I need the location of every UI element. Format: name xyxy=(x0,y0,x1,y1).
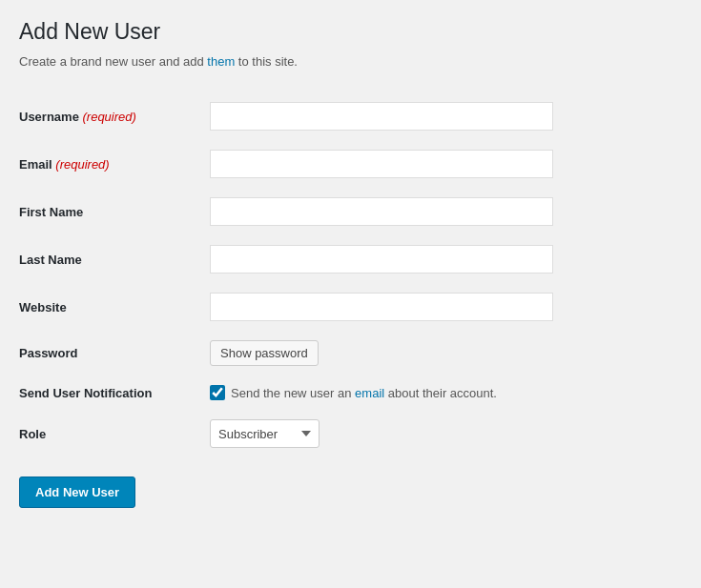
lastname-input-cell xyxy=(210,235,682,283)
notification-label-cell: Send User Notification xyxy=(19,375,210,410)
page-title: Add New User xyxy=(19,19,682,45)
subtitle-text: Create a brand new user and add xyxy=(19,54,207,69)
username-row: Username (required) xyxy=(19,92,682,140)
role-label: Role xyxy=(19,427,46,441)
role-label-cell: Role xyxy=(19,410,210,457)
email-label: Email (required) xyxy=(19,157,110,172)
firstname-label: First Name xyxy=(19,205,83,219)
website-input[interactable] xyxy=(210,293,553,321)
notification-wrapper: Send the new user an email about their a… xyxy=(210,385,682,400)
notification-label: Send User Notification xyxy=(19,386,152,400)
lastname-input[interactable] xyxy=(210,245,553,274)
website-row: Website xyxy=(19,283,682,331)
add-new-user-button[interactable]: Add New User xyxy=(19,476,135,508)
firstname-row: First Name xyxy=(19,188,682,235)
notification-checkbox[interactable] xyxy=(210,385,225,400)
username-label: Username (required) xyxy=(19,110,136,124)
notification-row: Send User Notification Send the new user… xyxy=(19,375,682,410)
username-label-cell: Username (required) xyxy=(19,92,210,140)
add-user-form: Username (required) Email (required) xyxy=(19,92,682,457)
lastname-label: Last Name xyxy=(19,253,82,267)
notification-email-link[interactable]: email xyxy=(355,386,384,400)
lastname-label-cell: Last Name xyxy=(19,235,210,283)
subtitle-end: to this site. xyxy=(235,54,298,69)
lastname-row: Last Name xyxy=(19,235,682,283)
role-row: Role SubscriberContributorAuthorEditorAd… xyxy=(19,410,682,457)
email-required: (required) xyxy=(55,157,109,172)
email-row: Email (required) xyxy=(19,140,682,188)
show-password-button[interactable]: Show password xyxy=(210,340,319,366)
email-label-cell: Email (required) xyxy=(19,140,210,188)
password-label: Password xyxy=(19,346,77,360)
website-label-cell: Website xyxy=(19,283,210,331)
email-input-cell xyxy=(210,140,682,188)
page-subtitle: Create a brand new user and add them to … xyxy=(19,54,682,69)
notification-input-cell: Send the new user an email about their a… xyxy=(210,375,682,410)
page-container: Add New User Create a brand new user and… xyxy=(0,0,701,537)
email-input[interactable] xyxy=(210,150,553,178)
password-input-cell: Show password xyxy=(210,331,682,375)
notification-text: Send the new user an email about their a… xyxy=(231,386,497,400)
role-select[interactable]: SubscriberContributorAuthorEditorAdminis… xyxy=(210,419,320,448)
website-label: Website xyxy=(19,300,67,314)
firstname-label-cell: First Name xyxy=(19,188,210,235)
password-row: Password Show password xyxy=(19,331,682,375)
firstname-input[interactable] xyxy=(210,197,553,226)
username-input[interactable] xyxy=(210,102,553,131)
password-label-cell: Password xyxy=(19,331,210,375)
firstname-input-cell xyxy=(210,188,682,235)
username-input-cell xyxy=(210,92,682,140)
subtitle-link[interactable]: them xyxy=(207,54,235,69)
role-input-cell: SubscriberContributorAuthorEditorAdminis… xyxy=(210,410,682,457)
username-required: (required) xyxy=(83,110,136,124)
website-input-cell xyxy=(210,283,682,331)
